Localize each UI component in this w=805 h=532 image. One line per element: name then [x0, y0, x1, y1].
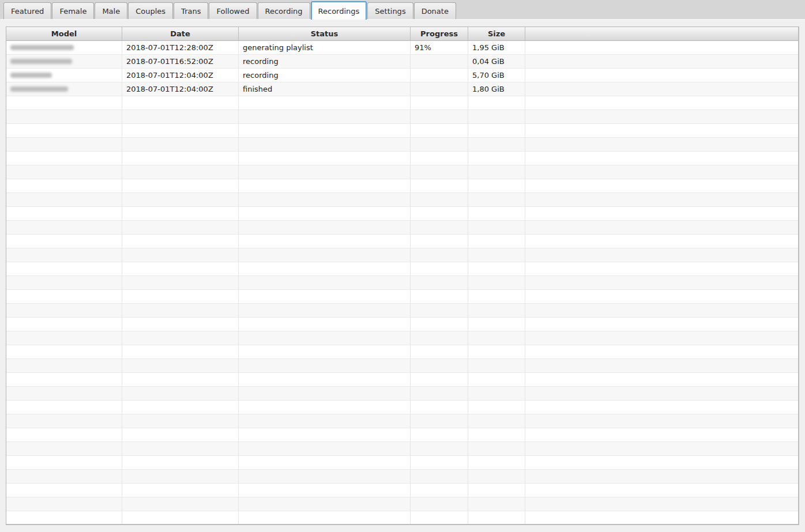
column-header-date[interactable]: Date: [122, 27, 239, 40]
tab-recordings[interactable]: Recordings: [311, 1, 367, 20]
recording-row[interactable]: 2018-07-01T16:52:00Z recording 0,04 GiB: [6, 55, 798, 69]
recording-row[interactable]: 2018-07-01T12:28:00Z generating playlist…: [6, 41, 798, 55]
cell-status: recording: [239, 69, 411, 82]
tab-followed[interactable]: Followed: [209, 2, 257, 19]
column-header-size[interactable]: Size: [468, 27, 525, 40]
column-header-model[interactable]: Model: [6, 27, 122, 40]
cell-progress: [411, 55, 468, 68]
cell-date: 2018-07-01T12:04:00Z: [122, 82, 239, 96]
cell-model: [6, 82, 122, 96]
cell-progress: [411, 82, 468, 96]
cell-progress: [411, 69, 468, 82]
recording-row[interactable]: 2018-07-01T12:04:00Z finished 1,80 GiB: [6, 82, 798, 96]
cell-empty: [525, 55, 798, 68]
cell-model: [6, 41, 122, 54]
cell-status: generating playlist: [239, 41, 411, 54]
recordings-panel: Model Date Status Progress Size 2018-07-…: [0, 19, 805, 532]
cell-empty: [525, 69, 798, 82]
table-header: Model Date Status Progress Size: [6, 27, 798, 41]
cell-size: 0,04 GiB: [468, 55, 525, 68]
tab-bar: Featured Female Male Couples Trans Follo…: [0, 0, 805, 19]
column-header-status[interactable]: Status: [239, 27, 411, 40]
column-header-empty: [525, 27, 798, 40]
cell-model: [6, 69, 122, 82]
tab-trans[interactable]: Trans: [174, 2, 208, 19]
recordings-table: Model Date Status Progress Size 2018-07-…: [6, 27, 799, 525]
tab-recording[interactable]: Recording: [258, 2, 310, 19]
table-empty-area: [6, 96, 798, 524]
recording-row[interactable]: 2018-07-01T12:04:00Z recording 5,70 GiB: [6, 69, 798, 82]
tab-female[interactable]: Female: [52, 2, 94, 19]
column-header-progress[interactable]: Progress: [411, 27, 468, 40]
cell-date: 2018-07-01T12:28:00Z: [122, 41, 239, 54]
model-name-redacted: [10, 45, 74, 50]
cell-date: 2018-07-01T16:52:00Z: [122, 55, 239, 68]
cell-status: recording: [239, 55, 411, 68]
cell-size: 1,95 GiB: [468, 41, 525, 54]
model-name-redacted: [10, 59, 72, 64]
cell-empty: [525, 41, 798, 54]
table-body: 2018-07-01T12:28:00Z generating playlist…: [6, 41, 798, 524]
model-name-redacted: [10, 73, 52, 78]
cell-size: 5,70 GiB: [468, 69, 525, 82]
tab-donate[interactable]: Donate: [414, 2, 456, 19]
tab-couples[interactable]: Couples: [128, 2, 173, 19]
cell-status: finished: [239, 82, 411, 96]
cell-date: 2018-07-01T12:04:00Z: [122, 69, 239, 82]
cell-model: [6, 55, 122, 68]
model-name-redacted: [10, 86, 68, 92]
cell-progress: 91%: [411, 41, 468, 54]
tab-male[interactable]: Male: [95, 2, 127, 19]
cell-empty: [525, 82, 798, 96]
app-window: Featured Female Male Couples Trans Follo…: [0, 0, 805, 532]
tab-settings[interactable]: Settings: [367, 2, 413, 19]
cell-size: 1,80 GiB: [468, 82, 525, 96]
tab-featured[interactable]: Featured: [3, 2, 51, 19]
